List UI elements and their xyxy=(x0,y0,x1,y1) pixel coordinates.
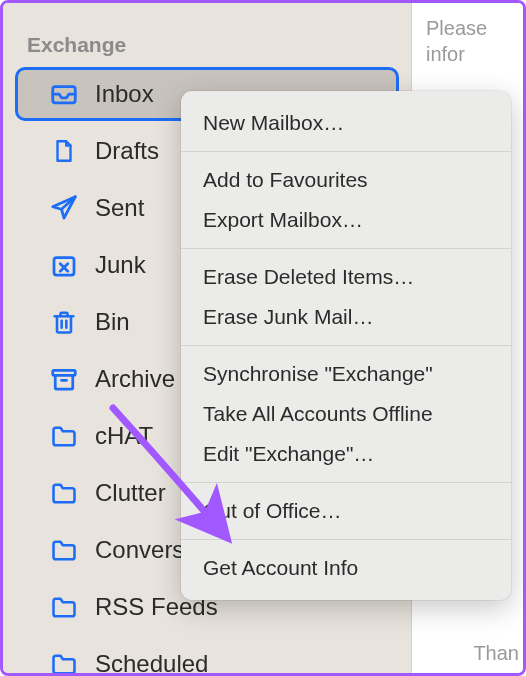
sidebar-item-label: Scheduled xyxy=(95,650,208,676)
sidebar-item-label: Sent xyxy=(95,194,144,222)
menu-item-out-of-office[interactable]: Out of Office… xyxy=(181,491,511,531)
sidebar-item-scheduled[interactable]: Scheduled xyxy=(15,637,399,676)
document-icon xyxy=(47,135,81,167)
sidebar-item-label: Bin xyxy=(95,308,130,336)
archive-icon xyxy=(47,363,81,395)
menu-item-get-account-info[interactable]: Get Account Info xyxy=(181,548,511,588)
mailbox-context-menu: New Mailbox…Add to FavouritesExport Mail… xyxy=(181,91,511,600)
menu-item-export-mailbox[interactable]: Export Mailbox… xyxy=(181,200,511,240)
sidebar-item-label: Inbox xyxy=(95,80,154,108)
menu-item-synchronise-exchange[interactable]: Synchronise "Exchange" xyxy=(181,354,511,394)
folder-icon xyxy=(47,477,81,509)
inbox-icon xyxy=(47,78,81,110)
folder-icon xyxy=(47,420,81,452)
folder-icon xyxy=(47,591,81,623)
menu-divider xyxy=(181,151,511,152)
menu-item-erase-junk-mail[interactable]: Erase Junk Mail… xyxy=(181,297,511,337)
message-snippet-bottom: Than xyxy=(473,642,519,665)
menu-item-erase-deleted-items[interactable]: Erase Deleted Items… xyxy=(181,257,511,297)
sidebar-item-label: Drafts xyxy=(95,137,159,165)
sidebar-item-label: Junk xyxy=(95,251,146,279)
folder-icon xyxy=(47,534,81,566)
menu-divider xyxy=(181,539,511,540)
menu-item-add-to-favourites[interactable]: Add to Favourites xyxy=(181,160,511,200)
menu-item-take-all-accounts-offline[interactable]: Take All Accounts Offline xyxy=(181,394,511,434)
menu-item-new-mailbox[interactable]: New Mailbox… xyxy=(181,103,511,143)
sidebar-item-label: Archive xyxy=(95,365,175,393)
sidebar-item-label: Clutter xyxy=(95,479,166,507)
sidebar-item-label: cHAT xyxy=(95,422,153,450)
menu-divider xyxy=(181,345,511,346)
menu-divider xyxy=(181,248,511,249)
message-snippet-top: Please infor xyxy=(426,15,519,67)
junk-icon xyxy=(47,249,81,281)
menu-divider xyxy=(181,482,511,483)
account-header: Exchange xyxy=(15,15,399,67)
trash-icon xyxy=(47,306,81,338)
paperplane-icon xyxy=(47,192,81,224)
folder-icon xyxy=(47,648,81,676)
menu-item-edit-exchange[interactable]: Edit "Exchange"… xyxy=(181,434,511,474)
